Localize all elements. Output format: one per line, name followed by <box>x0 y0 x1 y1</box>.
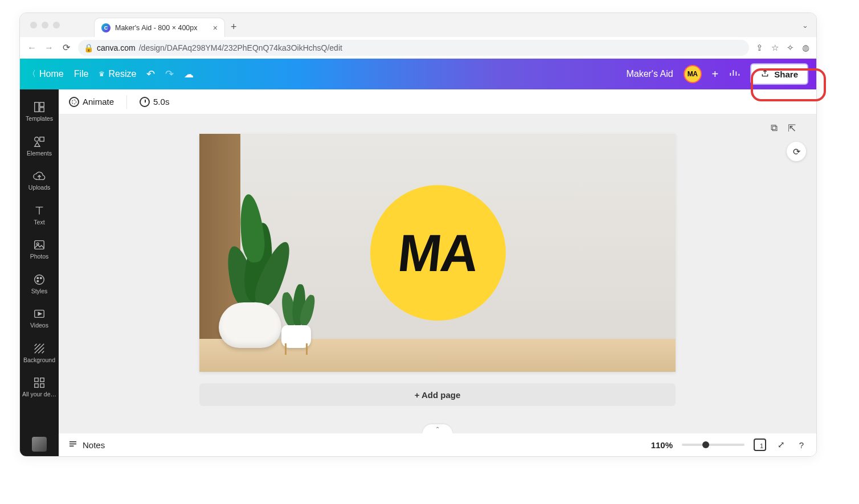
profile-icon[interactable]: ◍ <box>802 43 809 53</box>
videos-icon <box>33 308 46 320</box>
avatar[interactable]: MA <box>684 65 702 83</box>
sidebar-item-label: Photos <box>30 253 49 260</box>
traffic-zoom[interactable] <box>53 22 60 28</box>
traffic-minimize[interactable] <box>42 22 48 28</box>
home-label: Home <box>39 69 64 79</box>
svg-point-10 <box>37 280 39 282</box>
animate-button[interactable]: Animate <box>69 97 114 107</box>
context-toolbar: Animate 5.0s <box>59 89 816 114</box>
svg-point-8 <box>37 277 39 278</box>
help-icon[interactable]: ? <box>796 439 807 450</box>
refresh-element-button[interactable]: ⟳ <box>787 142 806 161</box>
svg-rect-2 <box>40 108 44 112</box>
duration-button[interactable]: 5.0s <box>140 97 169 107</box>
sidebar-item-label: Uploads <box>28 185 51 191</box>
zoom-slider[interactable] <box>682 444 745 446</box>
elements-icon <box>33 136 46 148</box>
browser-tab[interactable]: C Maker's Aid - 800 × 400px × <box>94 18 225 37</box>
insights-icon[interactable] <box>729 67 740 81</box>
sidebar-item-label: Styles <box>31 288 48 294</box>
sidebar-item-all-designs[interactable]: All your de… <box>20 371 59 403</box>
design-page[interactable]: MA <box>199 134 676 372</box>
sidebar-item-elements[interactable]: Elements <box>20 130 59 162</box>
svg-rect-0 <box>35 103 39 112</box>
notes-button[interactable]: Notes <box>68 440 105 450</box>
reload-button[interactable]: ⟳ <box>61 42 71 53</box>
new-tab-button[interactable]: + <box>231 21 237 33</box>
forward-button[interactable]: → <box>44 43 54 53</box>
document-title[interactable]: Maker's Aid <box>626 69 673 79</box>
extensions-icon[interactable]: ✧ <box>787 43 794 53</box>
close-tab-icon[interactable]: × <box>213 23 218 32</box>
undo-button[interactable]: ↶ <box>146 68 155 80</box>
sidebar-item-uploads[interactable]: Uploads <box>20 164 59 196</box>
resize-label: Resize <box>108 69 136 79</box>
main-row: Templates Elements Uploads Text Photos <box>20 89 816 456</box>
logo-circle[interactable]: MA <box>370 185 506 321</box>
window-controls[interactable] <box>30 22 60 28</box>
redo-button[interactable]: ↷ <box>165 68 174 80</box>
resize-button[interactable]: ♛ Resize <box>99 69 136 79</box>
traffic-close[interactable] <box>30 22 37 28</box>
sidebar-item-text[interactable]: Text <box>20 199 59 231</box>
back-button[interactable]: ← <box>27 43 37 53</box>
add-collaborator-button[interactable]: + <box>712 68 719 81</box>
sidebar-item-label: Elements <box>27 150 52 157</box>
sidebar-item-background[interactable]: Background <box>20 337 59 369</box>
bookmark-icon[interactable]: ☆ <box>771 43 779 53</box>
sidebar-item-templates[interactable]: Templates <box>20 95 59 128</box>
address-bar: ← → ⟳ 🔒 canva.com/design/DAFAq298YM4/232… <box>20 37 816 59</box>
canva-favicon: C <box>101 23 111 32</box>
text-icon <box>33 204 46 217</box>
file-menu[interactable]: File <box>74 69 89 79</box>
notes-label: Notes <box>83 440 105 450</box>
animate-label: Animate <box>83 97 114 106</box>
svg-rect-4 <box>40 137 44 141</box>
share-button[interactable]: Share <box>750 63 808 85</box>
styles-icon <box>33 273 46 286</box>
toolbar-divider <box>126 95 127 109</box>
cloud-sync-icon[interactable]: ☁ <box>184 68 194 80</box>
browser-window: C Maker's Aid - 800 × 400px × + ⌄ ← → ⟳ … <box>19 13 817 457</box>
uploads-icon <box>33 170 46 182</box>
zoom-percent[interactable]: 110% <box>651 440 673 450</box>
export-page-icon[interactable]: ⇱ <box>788 122 796 134</box>
url-field[interactable]: 🔒 canva.com/design/DAFAq298YM4/232PhEQnQ… <box>78 40 749 56</box>
templates-icon <box>33 101 46 113</box>
canvas-stage[interactable]: ⧉ ⇱ ⟳ <box>59 114 816 433</box>
zoom-slider-thumb[interactable] <box>702 441 709 448</box>
page-count-button[interactable]: 1 <box>754 439 766 451</box>
background-icon <box>33 342 46 355</box>
home-button[interactable]: 〈 Home <box>28 69 64 79</box>
sidebar-item-label: Templates <box>26 116 53 122</box>
add-page-button[interactable]: + Add page <box>199 383 676 406</box>
sidebar-more-item[interactable] <box>32 437 47 452</box>
collapse-timeline-handle[interactable]: ⌃ <box>423 424 452 433</box>
sidebar-item-videos[interactable]: Videos <box>20 302 59 334</box>
duplicate-page-icon[interactable]: ⧉ <box>771 122 778 134</box>
tabs-dropdown-icon[interactable]: ⌄ <box>802 21 808 30</box>
sidebar-item-styles[interactable]: Styles <box>20 268 59 300</box>
designs-icon <box>33 376 46 389</box>
svg-point-7 <box>35 274 44 284</box>
chevron-left-icon: 〈 <box>28 69 36 79</box>
svg-rect-12 <box>35 378 38 382</box>
browser-tab-strip: C Maker's Aid - 800 × 400px × + ⌄ <box>20 13 816 37</box>
duration-label: 5.0s <box>153 97 169 106</box>
svg-rect-13 <box>40 378 44 382</box>
animate-icon <box>69 97 79 107</box>
crown-icon: ♛ <box>99 70 105 78</box>
side-panel: Templates Elements Uploads Text Photos <box>20 89 59 456</box>
sidebar-item-label: Background <box>23 357 55 363</box>
canva-top-bar: 〈 Home File ♛ Resize ↶ ↷ ☁ Maker's Aid M… <box>20 59 816 89</box>
fullscreen-icon[interactable]: ⤢ <box>775 439 787 450</box>
notes-icon <box>68 440 78 450</box>
svg-rect-15 <box>40 384 44 387</box>
page-actions: ⧉ ⇱ <box>771 122 796 134</box>
upload-icon <box>760 69 770 80</box>
svg-point-9 <box>40 277 42 278</box>
share-page-icon[interactable]: ⇪ <box>756 43 763 53</box>
sidebar-item-photos[interactable]: Photos <box>20 233 59 265</box>
small-plant <box>278 263 318 348</box>
logo-text: MA <box>395 223 481 283</box>
